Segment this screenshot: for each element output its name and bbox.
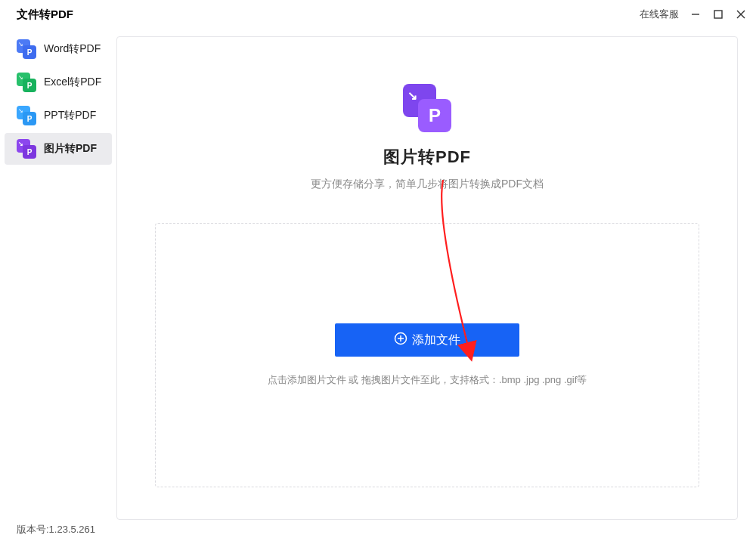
image-pdf-icon: ↘ P xyxy=(17,139,36,159)
titlebar: 文件转PDF 在线客服 xyxy=(0,0,756,29)
hero-pdf-icon: ↘ P xyxy=(403,84,451,132)
help-link[interactable]: 在线客服 xyxy=(640,8,679,21)
close-icon[interactable] xyxy=(735,8,747,20)
maximize-icon[interactable] xyxy=(712,8,724,20)
titlebar-controls: 在线客服 xyxy=(640,8,747,21)
sidebar-item-label: Excel转PDF xyxy=(44,76,101,89)
sidebar-item-word-to-pdf[interactable]: ↘ P Word转PDF xyxy=(5,33,112,65)
sidebar-item-label: 图片转PDF xyxy=(44,142,97,156)
minimize-icon[interactable] xyxy=(689,8,702,20)
version-label: 版本号:1.23.5.261 xyxy=(17,523,95,536)
sidebar-item-excel-to-pdf[interactable]: ↘ P Excel转PDF xyxy=(5,66,112,98)
sidebar-item-label: PPT转PDF xyxy=(44,109,96,122)
page-title: 图片转PDF xyxy=(383,146,471,168)
dropzone-hint: 点击添加图片文件 或 拖拽图片文件至此，支持格式：.bmp .jpg .png … xyxy=(268,373,587,387)
word-pdf-icon: ↘ P xyxy=(17,39,36,59)
sidebar-item-image-to-pdf[interactable]: ↘ P 图片转PDF xyxy=(5,133,112,165)
main-panel: ↘ P 图片转PDF 更方便存储分享，简单几步将图片转换成PDF文档 添加文件 xyxy=(116,29,756,521)
sidebar-item-ppt-to-pdf[interactable]: ↘ P PPT转PDF xyxy=(5,100,112,131)
add-file-button[interactable]: 添加文件 xyxy=(335,323,519,357)
sidebar-item-label: Word转PDF xyxy=(44,42,101,56)
plus-circle-icon xyxy=(394,332,407,348)
sidebar: ↘ P Word转PDF ↘ P Excel转PDF ↘ P PPT转PDF xyxy=(0,29,116,521)
app-title: 文件转PDF xyxy=(17,8,73,22)
svg-rect-1 xyxy=(714,11,722,18)
dropzone[interactable]: 添加文件 点击添加图片文件 或 拖拽图片文件至此，支持格式：.bmp .jpg … xyxy=(155,223,699,487)
content-card: ↘ P 图片转PDF 更方便存储分享，简单几步将图片转换成PDF文档 添加文件 xyxy=(116,36,738,520)
excel-pdf-icon: ↘ P xyxy=(17,73,36,92)
ppt-pdf-icon: ↘ P xyxy=(17,106,36,125)
page-description: 更方便存储分享，简单几步将图片转换成PDF文档 xyxy=(311,178,544,191)
add-file-label: 添加文件 xyxy=(412,332,460,348)
